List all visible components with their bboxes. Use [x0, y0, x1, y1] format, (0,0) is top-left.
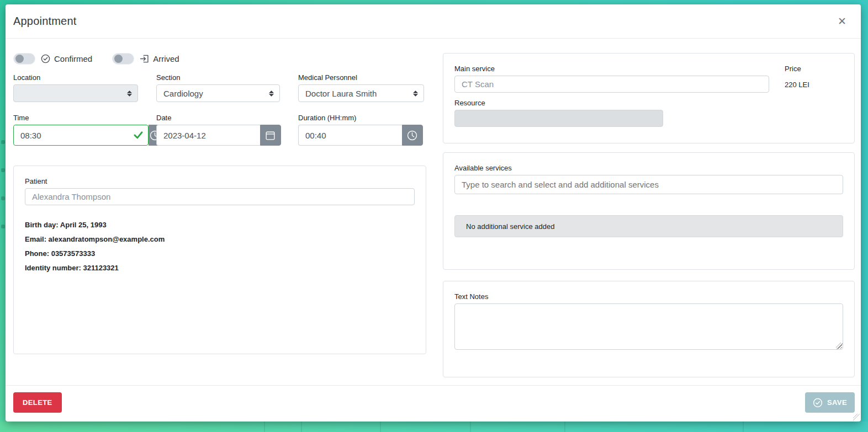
patient-identity-number: Identity number: 321123321 — [25, 264, 415, 272]
date-input[interactable] — [156, 125, 260, 146]
confirmed-label: Confirmed — [54, 54, 92, 63]
arrive-login-icon — [140, 54, 149, 63]
duration-input[interactable] — [298, 125, 402, 146]
delete-button[interactable]: DELETE — [13, 392, 62, 413]
save-check-circle-icon — [813, 398, 823, 408]
select-arrows-icon — [269, 90, 274, 97]
location-select — [13, 84, 138, 102]
modal-title: Appointment — [13, 15, 77, 28]
medical-personnel-label: Medical Personnel — [298, 73, 424, 82]
main-service-input[interactable] — [454, 76, 769, 93]
no-additional-service-message: No additional service added — [454, 215, 843, 237]
date-label: Date — [156, 114, 280, 122]
arrived-toggle[interactable] — [112, 53, 134, 65]
patient-name-input[interactable] — [25, 188, 415, 205]
available-services-panel: Available services No additional service… — [443, 152, 855, 270]
resource-input — [454, 110, 663, 127]
medical-personnel-value: Doctor Laura Smith — [305, 89, 377, 98]
patient-label: Patient — [25, 177, 415, 185]
close-icon[interactable]: ✕ — [835, 14, 849, 29]
date-picker-button[interactable] — [260, 125, 281, 146]
select-arrows-icon — [413, 90, 418, 97]
text-notes-label: Text Notes — [454, 292, 843, 301]
text-notes-textarea[interactable] — [454, 303, 843, 350]
section-value: Cardiology — [163, 89, 203, 98]
main-service-label: Main service — [454, 65, 769, 73]
location-label: Location — [13, 73, 138, 82]
arrived-label: Arrived — [153, 54, 179, 63]
modal-footer: DELETE SAVE — [6, 385, 861, 426]
text-notes-panel: Text Notes — [443, 281, 855, 377]
available-services-label: Available services — [454, 164, 843, 172]
modal-header: Appointment ✕ — [6, 4, 861, 39]
background-sidebar — [0, 0, 6, 432]
right-column: Main service Price 220 LEI Resource Avai… — [443, 53, 855, 377]
patient-panel: Patient Birth day: April 25, 1993 Email:… — [13, 166, 426, 354]
duration-label: Duration (HH:mm) — [298, 114, 424, 122]
modal-resize-grip[interactable] — [853, 414, 860, 420]
main-service-panel: Main service Price 220 LEI Resource — [443, 53, 855, 143]
price-value: 220 LEI — [785, 81, 843, 89]
available-services-search-input[interactable] — [454, 175, 843, 194]
section-label: Section — [156, 73, 280, 82]
patient-email: Email: alexandratompson@example.com — [25, 235, 415, 243]
resource-label: Resource — [454, 99, 843, 107]
left-column: Confirmed Arrived Location — [13, 53, 426, 377]
patient-birthday: Birth day: April 25, 1993 — [25, 221, 415, 229]
time-input[interactable] — [13, 125, 149, 146]
select-arrows-icon — [127, 90, 132, 97]
confirmed-toggle[interactable] — [13, 53, 35, 65]
calendar-icon — [264, 130, 276, 141]
duration-picker-button[interactable] — [402, 125, 423, 146]
arrived-label-group: Arrived — [140, 54, 179, 63]
save-label: SAVE — [827, 398, 847, 407]
valid-check-icon — [133, 130, 144, 140]
medical-personnel-select[interactable]: Doctor Laura Smith — [298, 84, 424, 102]
price-label: Price — [785, 65, 843, 73]
time-label: Time — [13, 114, 138, 122]
appointment-modal: Appointment ✕ Confirmed — [6, 4, 861, 422]
check-circle-icon — [41, 54, 50, 63]
clock-icon — [406, 130, 418, 141]
section-select[interactable]: Cardiology — [156, 84, 280, 102]
save-button[interactable]: SAVE — [805, 392, 855, 413]
patient-phone: Phone: 03573573333 — [25, 249, 415, 258]
confirmed-label-group: Confirmed — [41, 54, 92, 63]
